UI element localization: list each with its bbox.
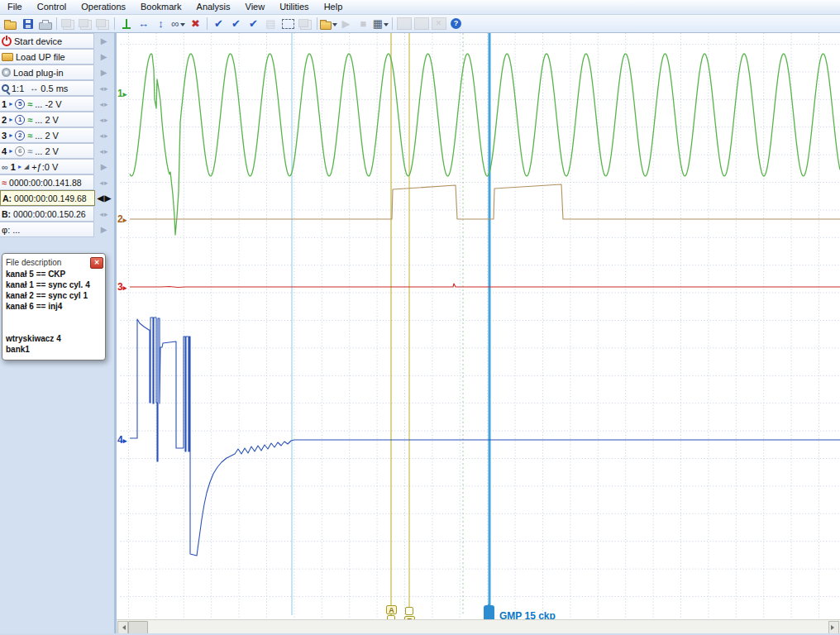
loadfile-icon: [2, 53, 13, 61]
h-arrows-icon: ↔: [138, 18, 149, 29]
channel-4-row[interactable]: 4▸6≈... 2 V◂▸: [0, 143, 114, 159]
menu-help[interactable]: Help: [317, 1, 351, 13]
vertical-measure-button[interactable]: ↕: [152, 16, 169, 31]
scrollbar-thumb[interactable]: [128, 621, 148, 634]
expand-arrow-icon[interactable]: ▶: [94, 36, 114, 45]
time-div-value: 0.5 ms: [41, 84, 68, 93]
channel-range-value: ... 2 V: [35, 131, 59, 141]
cursor-a-flag[interactable]: A: [386, 605, 397, 614]
channel-1-row[interactable]: 1▸5≈... -2 V◂▸: [0, 96, 114, 112]
menu-control[interactable]: Control: [30, 1, 74, 13]
expand-arrow-icon[interactable]: ▶: [94, 225, 114, 234]
zero-arrow-icon: ▸: [123, 90, 127, 98]
check-icon: ✔: [231, 18, 241, 29]
phase-row[interactable]: φ: ...▶: [0, 222, 114, 237]
cursor-b-time-row[interactable]: B:0000:00:00.150.26◂▸: [0, 206, 114, 222]
accept-channel-3-button[interactable]: ✔: [245, 16, 262, 31]
time-wave-icon: ≈: [2, 178, 7, 188]
time-value: 0000:00:00.150.26: [13, 209, 86, 219]
close-icon[interactable]: ✕: [90, 257, 103, 269]
horizontal-measure-button[interactable]: ↔: [135, 16, 152, 31]
save-button[interactable]: [19, 16, 36, 31]
play-icon: ▶: [342, 18, 351, 29]
time-div-icon: ↔: [30, 83, 38, 93]
action-label: Load UP file: [16, 52, 65, 62]
menu-analysis[interactable]: Analysis: [189, 1, 238, 13]
time-value: 0000:00:00.149.68: [14, 193, 87, 203]
cross-icon: ✖: [191, 18, 200, 29]
dropdown-caret-icon[interactable]: [180, 23, 185, 29]
menu-file[interactable]: File: [0, 1, 30, 13]
spinner-arrows-icon[interactable]: ◂▸: [94, 100, 114, 108]
file-description-popup: File description ✕ kanał 5 == CKPkanał 1…: [2, 253, 106, 360]
folder-icon: [4, 21, 17, 30]
probe-number-icon: 5: [15, 99, 25, 109]
sync-settings-row[interactable]: ∞1▸◢+ƒ:0 V▶: [0, 159, 114, 174]
sidebar-action-load-plug-in[interactable]: Load plug-in▶: [0, 64, 114, 80]
file-description-line: kanał 6 == inj4: [6, 301, 105, 312]
zoom-settings-row[interactable]: 1:1↔0.5 ms◂▸: [0, 80, 114, 96]
image-box-icon: ✕: [432, 17, 446, 30]
channel-2-zero-label[interactable]: 2▸: [117, 214, 126, 225]
delete-markers-button[interactable]: ✖: [187, 16, 204, 31]
markers-list-button[interactable]: ∞: [169, 16, 187, 31]
zoom-scale-value: 1:1: [12, 84, 24, 93]
channel-2-row[interactable]: 2▸1≈... 2 V◂▸: [0, 112, 114, 127]
expand-arrow-icon[interactable]: ▶: [94, 162, 114, 171]
menu-bookmark[interactable]: Bookmark: [133, 1, 189, 13]
file-description-line: bank1: [6, 344, 105, 355]
current-time-row[interactable]: ≈0000:00:00.141.88◂▸: [0, 174, 114, 190]
popup-title: File description: [6, 258, 90, 267]
cursor-a-time-row[interactable]: A:0000:00:00.149.68◀▶: [0, 190, 114, 206]
file-description-line: [6, 312, 105, 322]
time-marker-button[interactable]: [117, 16, 135, 31]
accept-channel-2-button[interactable]: ✔: [227, 16, 245, 31]
channel-1-zero-label[interactable]: 1▸: [117, 88, 126, 99]
probe-number-icon: 2: [15, 131, 25, 141]
oscillogram-area[interactable]: 1▸2▸3▸4▸ABGMP 15 ckp: [117, 33, 840, 619]
expand-arrow-icon[interactable]: ▶: [94, 52, 114, 61]
probe-number-icon: 1: [15, 115, 25, 125]
spinner-arrows-icon[interactable]: ◂▸: [94, 147, 114, 155]
scroll-left-icon[interactable]: [117, 621, 128, 634]
sidebar-action-start-device[interactable]: Start device▶: [0, 33, 114, 49]
action-label: Load plug-in: [13, 68, 64, 78]
spinner-arrows-icon[interactable]: ◂▸: [94, 116, 114, 124]
scroll-right-icon[interactable]: [828, 621, 839, 634]
open-file-button[interactable]: [2, 16, 19, 31]
channel-4-zero-label[interactable]: 4▸: [117, 435, 126, 446]
toolbar-separator: [392, 17, 393, 30]
time-value: 0000:00:00.141.88: [9, 178, 82, 188]
bigbox-icon: [414, 17, 429, 30]
cursor-b-handle[interactable]: [405, 607, 413, 615]
select-region-button[interactable]: [279, 16, 297, 31]
spinner-arrows-icon[interactable]: ◀▶: [95, 193, 114, 203]
sidebar-action-load-up-file[interactable]: Load UP file▶: [0, 49, 114, 64]
dropdown-caret-icon[interactable]: [384, 23, 389, 29]
layers-icon: [298, 19, 308, 27]
channel-arrow-icon: ▸: [9, 116, 12, 123]
load-records-button[interactable]: [320, 16, 337, 31]
spinner-arrows-icon[interactable]: ◂▸: [94, 210, 114, 218]
help-icon: ?: [451, 18, 461, 29]
gmp-marker-pin[interactable]: [484, 605, 494, 619]
spinner-arrows-icon[interactable]: ◂▸: [94, 179, 114, 187]
prev-image-button: [395, 16, 413, 31]
expand-arrow-icon[interactable]: ▶: [94, 68, 114, 77]
help-button[interactable]: ?: [447, 16, 465, 31]
channel-3-zero-label[interactable]: 3▸: [117, 282, 126, 293]
toolbar-separator: [317, 17, 317, 30]
horizontal-scrollbar[interactable]: [117, 619, 840, 634]
oscillogram-canvas[interactable]: [117, 33, 840, 619]
menu-operations[interactable]: Operations: [74, 1, 133, 13]
print-button[interactable]: [36, 16, 54, 31]
zero-arrow-icon: ▸: [123, 216, 127, 224]
accept-channel-1-button[interactable]: ✔: [210, 16, 227, 31]
menu-utilities[interactable]: Utilities: [272, 1, 316, 13]
spinner-arrows-icon[interactable]: ◂▸: [94, 131, 114, 140]
menu-view[interactable]: View: [238, 1, 273, 13]
file-description-line: wtryskiwacz 4: [6, 333, 105, 344]
spinner-arrows-icon[interactable]: ◂▸: [94, 84, 114, 93]
records-table-button[interactable]: ▦: [372, 16, 389, 31]
channel-3-row[interactable]: 3▸2≈... 2 V◂▸: [0, 127, 114, 143]
